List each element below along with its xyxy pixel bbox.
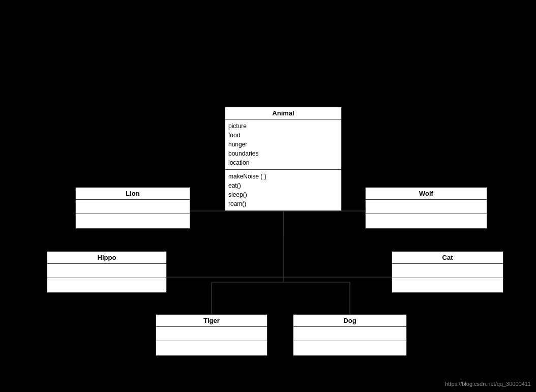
diagram-container: Animal picture food hunger boundaries lo… (0, 0, 536, 392)
dog-attributes (293, 327, 406, 341)
wolf-methods (366, 214, 487, 228)
dog-methods (293, 341, 406, 355)
tiger-class: Tiger (156, 314, 267, 356)
animal-attributes: picture food hunger boundaries location (225, 119, 341, 170)
wolf-class: Wolf (365, 187, 487, 229)
tiger-methods (156, 341, 267, 355)
cat-methods (392, 278, 503, 292)
hippo-methods (47, 278, 166, 292)
tiger-attributes (156, 327, 267, 341)
lion-methods (76, 214, 190, 228)
cat-class-name: Cat (392, 252, 503, 264)
lion-class-name: Lion (76, 188, 190, 200)
hippo-attributes (47, 264, 166, 278)
dog-class: Dog (293, 314, 407, 356)
watermark: https://blog.csdn.net/qq_30000411 (445, 381, 531, 387)
hippo-class: Hippo (47, 251, 167, 293)
cat-class: Cat (392, 251, 503, 293)
lion-attributes (76, 200, 190, 214)
lion-class: Lion (75, 187, 190, 229)
tiger-class-name: Tiger (156, 315, 267, 327)
cat-attributes (392, 264, 503, 278)
hippo-class-name: Hippo (47, 252, 166, 264)
animal-class-name: Animal (225, 107, 341, 119)
dog-class-name: Dog (293, 315, 406, 327)
animal-methods: makeNoise ( ) eat() sleep() roam() (225, 170, 341, 210)
animal-class: Animal picture food hunger boundaries lo… (225, 107, 342, 211)
wolf-class-name: Wolf (366, 188, 487, 200)
wolf-attributes (366, 200, 487, 214)
